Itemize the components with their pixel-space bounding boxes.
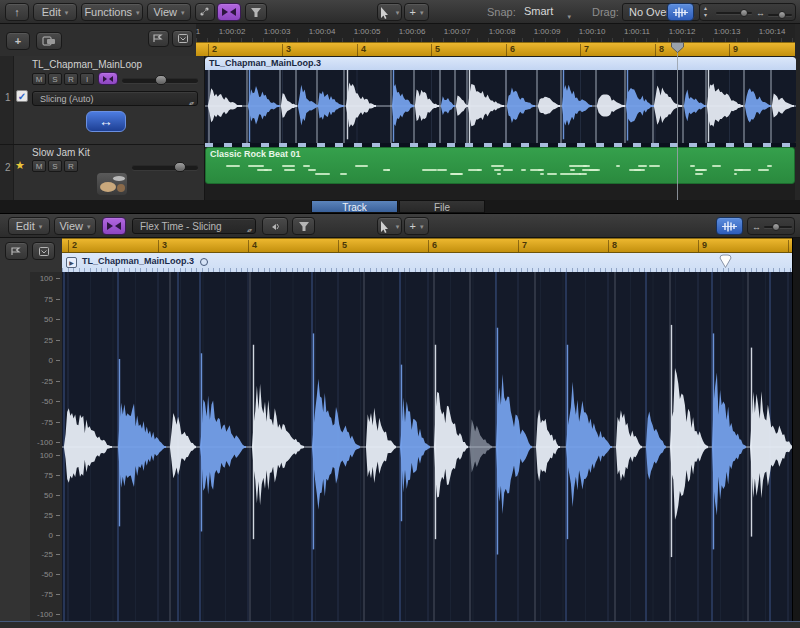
- track-1-icon[interactable]: ↔: [86, 111, 126, 132]
- view-menu-label: View: [153, 6, 177, 18]
- track-1-name[interactable]: TL_Chapman_MainLoop: [32, 59, 142, 70]
- waveform-zoom-button[interactable]: [667, 3, 694, 21]
- secondary-tool-button[interactable]: +: [404, 3, 429, 21]
- loop-icon[interactable]: [200, 258, 208, 266]
- waveform-blob: [712, 373, 746, 516]
- amplitude-scale-top: 1007550250-25-50-75-100: [30, 272, 62, 449]
- track-m-button[interactable]: M: [32, 73, 46, 85]
- flex-marker-handle[interactable]: [719, 254, 732, 269]
- snap-mode-select[interactable]: Smart: [518, 3, 576, 21]
- waveform-blob: [170, 413, 196, 478]
- track-1-msri-buttons: MSRI: [32, 73, 94, 85]
- midi-note: [308, 169, 316, 171]
- editor-view-menu[interactable]: View: [54, 217, 96, 235]
- track-1-enable-checkbox[interactable]: ✓: [16, 90, 28, 102]
- audio-region-waveform[interactable]: [205, 70, 796, 143]
- time-ruler[interactable]: 11:00:021:00:031:00:041:00:051:00:061:00…: [196, 24, 800, 42]
- duplicate-track-button[interactable]: [36, 32, 62, 50]
- editor-bar-ruler[interactable]: 2345678910: [62, 238, 795, 253]
- editor-zoom-knob[interactable]: [772, 223, 780, 231]
- vertical-zoom-knob[interactable]: [740, 9, 748, 17]
- midi-note: [264, 169, 272, 171]
- funnel-icon: [250, 7, 262, 18]
- track-s-button[interactable]: S: [48, 73, 62, 85]
- track-1-volume-slider[interactable]: [122, 78, 198, 83]
- editor-secondary-tool[interactable]: +: [404, 217, 429, 235]
- track-m-button[interactable]: M: [32, 160, 46, 172]
- horizontal-zoom-knob[interactable]: [778, 11, 786, 19]
- editor-zoom-slider[interactable]: [764, 226, 792, 228]
- playhead-marker[interactable]: [671, 42, 684, 53]
- bar-ruler[interactable]: 23456789: [196, 42, 800, 57]
- tab-track[interactable]: Track: [311, 200, 398, 213]
- editor-filter-button[interactable]: [292, 217, 315, 235]
- midi-note: [767, 165, 772, 167]
- waveform-blob: [616, 410, 642, 481]
- volume-knob[interactable]: [155, 75, 167, 85]
- pointer-tool-button[interactable]: [377, 3, 402, 21]
- scale-label: 75: [30, 295, 62, 304]
- playhead[interactable]: [677, 42, 678, 200]
- waveform-blob: [312, 379, 360, 510]
- editor-flex-button[interactable]: [102, 217, 126, 235]
- editor-region-name: TL_Chapman_MainLoop.3: [82, 256, 194, 266]
- track-options-button[interactable]: [172, 30, 193, 47]
- vertical-zoom-stepper[interactable]: ▴▾: [704, 5, 707, 19]
- midi-note: [538, 169, 542, 171]
- track-s-button[interactable]: S: [48, 160, 62, 172]
- waveform-blob: [281, 93, 297, 118]
- midi-note: [355, 165, 368, 167]
- scale-label: -50: [30, 570, 62, 579]
- functions-menu[interactable]: Functions: [81, 3, 143, 21]
- waveform-blob: [64, 408, 112, 483]
- star-icon[interactable]: ★: [15, 159, 25, 172]
- volume-knob[interactable]: [174, 162, 186, 172]
- region-play-button[interactable]: ▶: [66, 257, 77, 268]
- midi-note: [491, 165, 504, 167]
- view-menu[interactable]: View: [147, 3, 191, 21]
- scale-label: -75: [30, 418, 62, 427]
- flex-button[interactable]: [217, 3, 241, 21]
- track-1-number: 1: [5, 92, 11, 103]
- audio-region[interactable]: TL_Chapman_MainLoop.3: [205, 57, 796, 143]
- waveform-blob: [456, 95, 468, 115]
- prelisten-button[interactable]: [262, 217, 288, 235]
- hide-editor-button[interactable]: ↑: [5, 3, 29, 21]
- catch-playhead-button[interactable]: [148, 30, 169, 47]
- waveform-blob: [626, 88, 654, 123]
- midi-note: [387, 169, 390, 171]
- editor-pointer-tool[interactable]: [377, 217, 402, 235]
- scale-label: 50: [30, 491, 62, 500]
- editor-waveform[interactable]: [62, 272, 792, 621]
- track-2-drum-kit-icon[interactable]: [97, 173, 127, 195]
- track-1-flex-mode-dropdown[interactable]: Slicing (Auto): [32, 91, 198, 106]
- editor-region-strip[interactable]: ▶ TL_Chapman_MainLoop.3: [62, 253, 795, 272]
- midi-region[interactable]: Classic Rock Beat 01: [205, 147, 795, 184]
- filter-button[interactable]: [245, 3, 267, 21]
- editor-options-button[interactable]: [32, 242, 55, 260]
- editor-scrollbar[interactable]: [792, 238, 800, 621]
- automation-button[interactable]: [195, 3, 215, 21]
- track-2-name[interactable]: Slow Jam Kit: [32, 147, 90, 158]
- tab-file[interactable]: File: [399, 200, 485, 213]
- editor-edit-menu[interactable]: Edit: [8, 217, 50, 235]
- add-track-button[interactable]: +: [6, 32, 30, 50]
- flex-mode-value: Slicing (Auto): [40, 94, 94, 104]
- horizontal-zoom-slider[interactable]: [768, 14, 792, 16]
- track-i-button[interactable]: I: [80, 73, 94, 85]
- edit-menu[interactable]: Edit: [33, 3, 77, 21]
- track-r-button[interactable]: R: [64, 160, 78, 172]
- editor-waveform-zoom-button[interactable]: [716, 217, 743, 235]
- track-2-volume-slider[interactable]: [132, 165, 198, 170]
- track-1-flex-toggle[interactable]: [98, 72, 118, 85]
- track-list-header: +: [0, 24, 205, 56]
- scale-label: 0: [30, 356, 62, 365]
- track-r-button[interactable]: R: [64, 73, 78, 85]
- vertical-zoom-slider[interactable]: [716, 12, 752, 14]
- editor-catch-button[interactable]: [5, 242, 28, 260]
- time-label: 1:00:05: [354, 27, 381, 36]
- flex-mode-select[interactable]: Flex Time - Slicing: [132, 218, 256, 234]
- waveform-blob: [366, 408, 396, 483]
- time-label: 1:00:07: [444, 27, 471, 36]
- speaker-icon: [268, 221, 282, 232]
